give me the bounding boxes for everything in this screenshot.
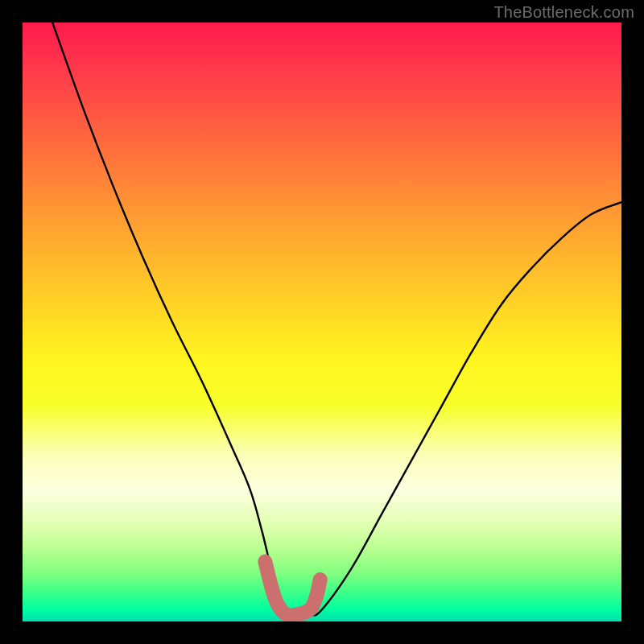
- chart-frame: TheBottleneck.com: [0, 0, 644, 644]
- valley-marker: [265, 562, 320, 616]
- curve-svg: [23, 23, 621, 621]
- bottleneck-curve: [52, 23, 621, 617]
- watermark-text: TheBottleneck.com: [493, 3, 634, 22]
- plot-area: [23, 23, 621, 621]
